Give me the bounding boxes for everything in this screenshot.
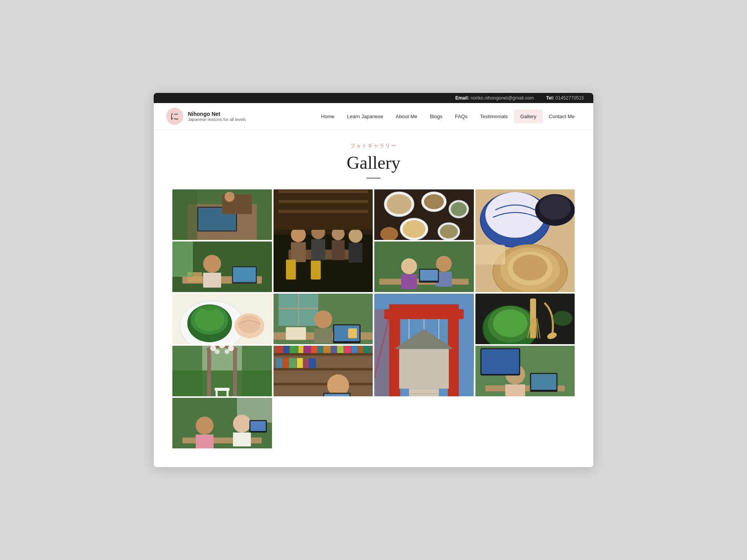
svg-rect-138 xyxy=(303,346,310,353)
nav-item-about-me[interactable]: About Me xyxy=(389,110,424,123)
svg-rect-151 xyxy=(297,358,303,368)
svg-rect-150 xyxy=(289,358,296,368)
top-contact-bar: Email: noriko.nihongonet@gmail.com Tel: … xyxy=(154,93,593,103)
svg-rect-15 xyxy=(331,240,344,260)
site-name: Nihongo Net xyxy=(188,111,246,117)
svg-rect-83 xyxy=(348,328,357,338)
svg-rect-19 xyxy=(310,261,321,280)
tel-info: Tel: 01452770515 xyxy=(546,95,584,101)
gallery-item-3[interactable] xyxy=(374,189,474,240)
svg-rect-137 xyxy=(298,346,303,353)
svg-point-72 xyxy=(238,315,260,333)
svg-point-171 xyxy=(196,416,214,434)
svg-rect-87 xyxy=(389,317,400,396)
gallery-item-1[interactable] xyxy=(172,189,272,240)
gallery-header: フォトギャラリー Gallery xyxy=(172,142,575,178)
svg-point-43 xyxy=(539,195,571,220)
tel-value: 01452770515 xyxy=(556,95,584,101)
gallery-item-7[interactable] xyxy=(172,294,272,344)
site-tagline: Japanese lessons for all levels xyxy=(188,117,246,122)
svg-rect-56 xyxy=(172,242,192,276)
browser-window: Email: noriko.nihongonet@gmail.com Tel: … xyxy=(154,93,593,467)
nav-item-gallery[interactable]: Gallery xyxy=(514,110,542,123)
svg-rect-61 xyxy=(401,274,417,289)
tel-label: Tel: xyxy=(546,95,554,101)
svg-rect-157 xyxy=(324,394,349,396)
gallery-grid xyxy=(172,189,575,448)
gallery-item-10[interactable] xyxy=(475,294,575,344)
svg-rect-133 xyxy=(274,383,373,385)
gallery-item-8[interactable] xyxy=(274,294,373,344)
svg-rect-22 xyxy=(278,190,368,193)
svg-rect-152 xyxy=(303,360,308,368)
svg-point-32 xyxy=(451,202,467,216)
svg-rect-139 xyxy=(311,346,317,353)
svg-rect-153 xyxy=(309,358,316,368)
svg-point-121 xyxy=(215,349,220,354)
svg-point-5 xyxy=(224,192,235,202)
logo-icon: に xyxy=(166,108,183,125)
svg-rect-134 xyxy=(276,346,283,353)
svg-rect-123 xyxy=(215,388,230,391)
gallery-item-14[interactable] xyxy=(172,398,272,448)
svg-point-113 xyxy=(552,311,572,326)
svg-rect-17 xyxy=(348,243,362,262)
main-content: フォトギャラリー Gallery xyxy=(154,130,593,467)
svg-rect-125 xyxy=(226,391,228,396)
gallery-item-13[interactable] xyxy=(475,346,575,396)
gallery-item-2[interactable] xyxy=(274,189,373,292)
svg-rect-141 xyxy=(323,346,330,353)
svg-rect-20 xyxy=(274,189,373,230)
svg-rect-145 xyxy=(351,346,357,353)
gallery-item-4[interactable] xyxy=(475,189,575,292)
email-label: Email: xyxy=(455,95,469,101)
svg-rect-140 xyxy=(317,346,323,353)
svg-rect-18 xyxy=(286,260,296,280)
svg-rect-6 xyxy=(172,189,197,240)
email-value: noriko.nihongonet@gmail.com xyxy=(471,95,534,101)
svg-rect-166 xyxy=(481,349,519,374)
svg-rect-136 xyxy=(290,346,298,353)
svg-rect-147 xyxy=(363,346,370,353)
gallery-item-9[interactable] xyxy=(374,294,474,396)
svg-point-34 xyxy=(403,220,426,238)
gallery-item-11[interactable] xyxy=(172,346,272,396)
gallery-subtitle: フォトギャラリー xyxy=(172,142,575,149)
svg-point-30 xyxy=(424,194,444,209)
svg-rect-124 xyxy=(216,391,217,396)
svg-point-173 xyxy=(233,415,251,432)
svg-rect-131 xyxy=(274,353,373,355)
gallery-item-12[interactable] xyxy=(274,346,373,396)
svg-rect-135 xyxy=(283,346,289,353)
gallery-item-6[interactable] xyxy=(374,242,474,292)
svg-rect-144 xyxy=(344,346,351,353)
logo-area[interactable]: に Nihongo Net Japanese lessons for all l… xyxy=(166,108,246,125)
svg-rect-132 xyxy=(274,368,373,370)
svg-rect-11 xyxy=(291,242,305,262)
main-nav: Home Learn Japanese About Me Blogs FAQs … xyxy=(315,110,581,123)
nav-item-home[interactable]: Home xyxy=(315,110,341,123)
svg-point-78 xyxy=(314,310,332,328)
svg-point-70 xyxy=(195,308,224,331)
nav-item-contact-me[interactable]: Contact Me xyxy=(543,110,581,123)
svg-point-36 xyxy=(440,224,458,238)
svg-rect-24 xyxy=(278,210,368,213)
svg-rect-143 xyxy=(337,346,344,353)
svg-rect-174 xyxy=(233,432,251,446)
nav-item-blogs[interactable]: Blogs xyxy=(424,110,449,123)
gallery-title: Gallery xyxy=(172,152,575,173)
svg-rect-149 xyxy=(283,358,288,368)
svg-point-28 xyxy=(387,194,412,214)
svg-rect-52 xyxy=(203,273,221,287)
svg-rect-13 xyxy=(311,239,325,260)
nav-item-testimonials[interactable]: Testimonials xyxy=(474,110,514,123)
nav-item-learn-japanese[interactable]: Learn Japanese xyxy=(341,110,389,123)
nav-item-faqs[interactable]: FAQs xyxy=(449,110,474,123)
svg-rect-117 xyxy=(233,351,237,396)
gallery-item-5[interactable] xyxy=(172,242,272,292)
svg-rect-65 xyxy=(420,270,438,281)
gallery-divider xyxy=(366,178,381,178)
svg-point-47 xyxy=(512,255,547,280)
svg-rect-86 xyxy=(389,304,459,312)
svg-point-122 xyxy=(224,349,230,354)
